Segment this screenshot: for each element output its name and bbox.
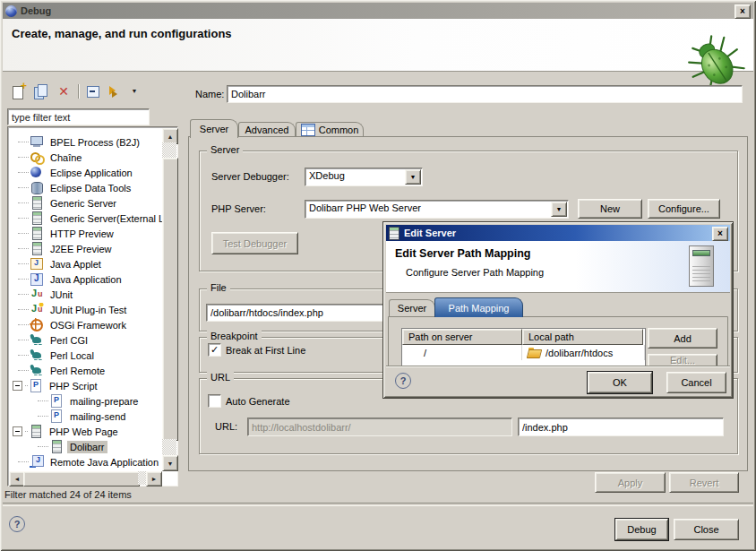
- java-applet-icon: [30, 257, 45, 271]
- tree-item-label: Perl Local: [47, 349, 97, 362]
- collapse-toggle-icon[interactable]: [13, 426, 22, 436]
- new-server-button[interactable]: New: [578, 199, 642, 219]
- dialog-header: Edit Server Path Mapping Configure Serve…: [386, 241, 730, 293]
- tree-item-mailing-send[interactable]: mailing-send: [9, 409, 162, 424]
- tree-guide: [25, 385, 28, 387]
- collapse-toggle-icon[interactable]: [13, 381, 22, 391]
- filter-icon[interactable]: [107, 83, 124, 99]
- tree-item-perl-local[interactable]: Perl Local: [9, 348, 162, 363]
- help-icon[interactable]: ?: [9, 516, 25, 532]
- chain-icon: [30, 151, 45, 164]
- tree-guide: [18, 309, 29, 311]
- column-header-local-path[interactable]: Local path: [522, 329, 643, 345]
- chevron-down-icon[interactable]: ▼: [551, 202, 567, 217]
- hscroll-thumb[interactable]: [23, 471, 140, 486]
- close-button[interactable]: Close: [674, 519, 739, 540]
- tree-item-php-web-page[interactable]: PHP Web Page: [9, 424, 162, 439]
- vscroll-track[interactable]: [162, 142, 176, 158]
- tree-item-java-application[interactable]: Java Application: [9, 271, 162, 287]
- dialog-help-icon[interactable]: ?: [395, 373, 411, 389]
- remote-java-icon: [30, 455, 45, 469]
- vscroll-thumb[interactable]: [162, 158, 178, 441]
- server-tower-icon: [689, 245, 714, 287]
- php-server-combo[interactable]: Dolibarr PHP Web Server ▼: [305, 200, 569, 219]
- tree-item-j2ee-preview[interactable]: J2EE Preview: [9, 241, 162, 256]
- tree-item-junit[interactable]: JUnit: [9, 287, 162, 302]
- tree-guide: [18, 294, 29, 296]
- server-debugger-combo[interactable]: XDebug ▼: [305, 168, 423, 186]
- tree-item-dolibarr[interactable]: Dolibarr: [9, 439, 162, 454]
- tree-item-http-preview[interactable]: HTTP Preview: [9, 226, 162, 241]
- delete-config-icon[interactable]: ✕: [56, 83, 72, 99]
- new-config-icon[interactable]: [11, 83, 27, 99]
- tree-item-bpel-process-b2j[interactable]: BPEL Process (B2J): [9, 134, 162, 150]
- debug-button[interactable]: Debug: [615, 519, 668, 540]
- tree-item-eclipse-application[interactable]: Eclipse Application: [9, 165, 162, 180]
- server-debugger-value: XDebug: [309, 170, 345, 181]
- tree-item-perl-cgi[interactable]: Perl CGI: [9, 332, 162, 348]
- tree-item-label: Eclipse Data Tools: [47, 182, 133, 194]
- close-dialog-button[interactable]: ×: [712, 227, 728, 241]
- tree-item-label: Remote Java Application: [47, 456, 161, 469]
- add-mapping-button[interactable]: Add: [648, 328, 717, 349]
- java-app-icon: [30, 272, 45, 286]
- filter-input[interactable]: [10, 110, 148, 124]
- configure-button[interactable]: Configure...: [648, 199, 720, 219]
- dialog-tab-path-mapping-label: Path Mapping: [449, 303, 510, 314]
- tree-item-label: Generic Server(External La: [47, 212, 162, 225]
- auto-generate-checkbox[interactable]: [208, 394, 221, 408]
- tree-guide: [18, 202, 29, 204]
- test-debugger-button[interactable]: Test Debugger: [211, 232, 298, 254]
- debug-configurations-window: Debug × Create, manage, and run configur…: [0, 0, 756, 551]
- apply-button[interactable]: Apply: [595, 472, 666, 493]
- collapse-all-icon[interactable]: [85, 83, 101, 99]
- tree-item-eclipse-data-tools[interactable]: Eclipse Data Tools: [9, 180, 162, 195]
- tree-item-osgi-framework[interactable]: OSGi Framework: [9, 317, 162, 332]
- name-field-frame: [227, 85, 743, 103]
- php-server-label: PHP Server:: [211, 203, 266, 214]
- tree-item-generic-server-external-la[interactable]: Generic Server(External La: [9, 211, 162, 226]
- tab-server[interactable]: Server: [190, 119, 238, 138]
- base-url-input: [249, 419, 511, 435]
- tree-item-perl-remote[interactable]: Perl Remote: [9, 363, 162, 378]
- menu-caret-icon[interactable]: ▼: [130, 83, 139, 99]
- tree-guide: [38, 416, 48, 418]
- scroll-right-icon[interactable]: ►: [146, 471, 162, 486]
- tree-item-remote-java-application[interactable]: Remote Java Application: [9, 454, 162, 469]
- title-bar: Debug ×: [3, 3, 753, 19]
- tree-guide: [38, 446, 48, 448]
- data-tools-icon: [30, 181, 45, 194]
- tree-hscrollbar[interactable]: ◄ ►: [9, 471, 162, 485]
- cell-server-path[interactable]: /: [402, 345, 522, 360]
- duplicate-config-icon[interactable]: [33, 83, 49, 99]
- scroll-down-icon[interactable]: ▼: [162, 455, 178, 471]
- revert-button[interactable]: Revert: [669, 472, 739, 493]
- tree-item-java-applet[interactable]: Java Applet: [9, 256, 162, 271]
- tree-item-cha-ne[interactable]: Chaîne: [9, 150, 162, 165]
- dialog-tab-server[interactable]: Server: [389, 299, 435, 316]
- tree-item-php-script[interactable]: PHP Script: [9, 378, 162, 393]
- tree-vscrollbar[interactable]: ▲ ▼: [162, 128, 176, 471]
- tree-item-label: PHP Web Page: [47, 426, 121, 438]
- chevron-down-icon[interactable]: ▼: [405, 169, 421, 185]
- tab-advanced[interactable]: Advanced: [238, 122, 296, 137]
- close-window-button[interactable]: ×: [735, 4, 751, 19]
- url-group-title: URL: [207, 372, 234, 383]
- tree-item-mailing-prepare[interactable]: mailing-prepare: [9, 393, 162, 409]
- dialog-tab-path-mapping[interactable]: Path Mapping: [434, 297, 523, 317]
- name-input[interactable]: [228, 87, 741, 101]
- cell-local-path[interactable]: /dolibarr/htdocs: [522, 345, 645, 360]
- table-icon: [301, 124, 315, 136]
- cancel-button[interactable]: Cancel: [666, 372, 726, 393]
- tree-item-generic-server[interactable]: Generic Server: [9, 195, 162, 211]
- generic-server-icon: [30, 196, 45, 210]
- url-path-input[interactable]: [520, 419, 722, 435]
- break-first-line-checkbox[interactable]: ✓: [208, 343, 221, 357]
- page-title: Create, manage, and run configurations: [12, 27, 232, 40]
- ok-button[interactable]: OK: [588, 372, 652, 393]
- tab-common[interactable]: Common: [296, 122, 364, 137]
- path-mapping-table: Path on server Local path //dolibarr/htd…: [401, 328, 646, 367]
- tree-guide: [18, 370, 29, 372]
- tree-item-junit-plug-in-test[interactable]: JUnit Plug-in Test: [9, 302, 162, 317]
- column-header-path-on-server[interactable]: Path on server: [402, 329, 522, 345]
